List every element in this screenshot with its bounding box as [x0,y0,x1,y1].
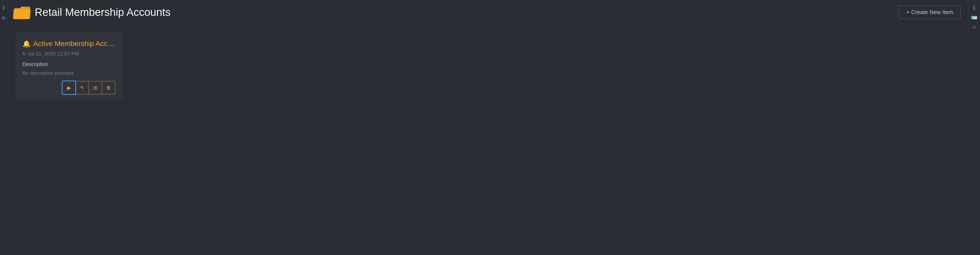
header-left: Retail Membership Accounts [13,5,170,20]
card-title: Active Membership Acco... [33,40,115,48]
card-description-label: Description [22,61,115,67]
folder-icon [13,5,30,20]
play-icon: ▶ [67,85,71,91]
list-view-icon[interactable]: ≡ [973,24,976,30]
page-title: Retail Membership Accounts [35,6,170,18]
card-description-value: No description provided [22,71,115,76]
card-date: ↻ Jul 21, 2020 12:57 PM [22,51,115,57]
main-content: Retail Membership Accounts + Create New … [8,0,968,255]
card-view-icon[interactable]: 🪪 [971,14,977,21]
left-sidebar-toggle: ❯ ⊕ [0,0,8,255]
edit-icon: ✎ [80,85,84,91]
create-new-button[interactable]: + Create New Item [899,6,961,19]
edit-button[interactable]: ✎ [76,81,89,95]
right-sidebar: ❮ 🪪 ≡ [968,0,980,255]
card-title-row: 🔔 Active Membership Acco... [22,40,115,48]
membership-card: 🔔 Active Membership Acco... ↻ Jul 21, 20… [15,32,123,99]
delete-button[interactable]: 🗑 [102,81,115,95]
grid-icon: ⊞ [94,85,97,91]
play-button[interactable]: ▶ [62,81,76,95]
grid-button[interactable]: ⊞ [89,81,102,95]
card-actions: ▶ ✎ ⊞ 🗑 [62,81,115,95]
clock-icon: ↻ [22,51,26,57]
right-collapse-arrow-icon[interactable]: ❮ [972,5,976,10]
header: Retail Membership Accounts + Create New … [8,0,968,25]
card-date-text: Jul 21, 2020 12:57 PM [28,51,79,57]
content-area: 🔔 Active Membership Acco... ↻ Jul 21, 20… [8,25,968,255]
bell-icon: 🔔 [22,40,30,48]
delete-icon: 🗑 [107,85,111,91]
left-collapse-arrow-icon[interactable]: ❯ [2,5,6,10]
add-circle-icon[interactable]: ⊕ [2,15,6,21]
